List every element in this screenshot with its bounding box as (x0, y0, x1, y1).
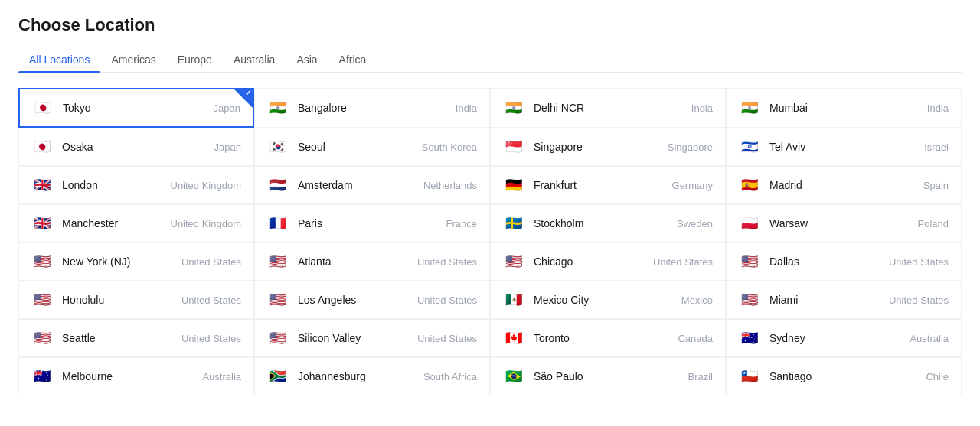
flag-icon (31, 177, 53, 193)
flag-icon (267, 139, 289, 154)
tab-americas[interactable]: Americas (100, 47, 166, 72)
location-cell[interactable]: DallasUnited States (726, 242, 962, 281)
tab-africa[interactable]: Africa (328, 47, 377, 72)
tab-europe[interactable]: Europe (167, 47, 223, 72)
location-cell[interactable]: MelbourneAustralia (18, 357, 254, 395)
city-name: São Paulo (534, 370, 681, 382)
tab-asia[interactable]: Asia (286, 47, 328, 72)
city-name: Seoul (298, 141, 416, 153)
location-cell[interactable]: ParisFrance (254, 204, 490, 242)
country-name: United States (411, 333, 477, 344)
location-cell[interactable]: TorontoCanada (490, 319, 726, 357)
location-cell[interactable]: FrankfurtGermany (490, 166, 726, 204)
location-cell[interactable]: MiamiUnited States (726, 281, 962, 319)
location-cell[interactable]: Los AngelesUnited States (254, 281, 490, 319)
country-name: United States (411, 256, 477, 268)
city-name: Seattle (62, 332, 175, 344)
location-cell[interactable]: BangaloreIndia (254, 88, 490, 128)
country-name: Israel (918, 141, 949, 153)
city-name: Paris (298, 217, 440, 229)
flag-icon (31, 330, 53, 346)
location-cell[interactable]: MumbaiIndia (726, 88, 962, 128)
country-name: Australia (196, 371, 241, 382)
city-name: Mexico City (534, 294, 675, 306)
city-name: Toronto (534, 332, 671, 344)
flag-icon (503, 216, 524, 231)
flag-icon (31, 216, 53, 231)
flag-icon (739, 216, 760, 231)
flag-icon (32, 100, 54, 115)
flag-icon (739, 177, 760, 193)
flag-icon (267, 292, 289, 307)
country-name: United Kingdom (165, 218, 242, 229)
location-cell[interactable]: AtlantaUnited States (254, 242, 490, 281)
city-name: Madrid (769, 179, 917, 191)
location-cell[interactable]: SeattleUnited States (18, 319, 254, 357)
city-name: Amsterdam (298, 179, 417, 191)
flag-icon (267, 254, 289, 269)
city-name: Tel Aviv (769, 141, 918, 153)
country-name: South Africa (417, 371, 477, 382)
country-name: France (440, 218, 477, 229)
flag-icon (503, 100, 524, 115)
location-cell[interactable]: HonoluluUnited States (18, 281, 254, 319)
flag-icon (739, 292, 760, 307)
location-tabs: All LocationsAmericasEuropeAustraliaAsia… (18, 47, 962, 73)
flag-icon (267, 177, 289, 193)
city-name: Mumbai (769, 102, 921, 114)
location-cell[interactable]: LondonUnited Kingdom (18, 166, 254, 204)
location-cell[interactable]: ChicagoUnited States (490, 242, 726, 281)
location-cell[interactable]: SeoulSouth Korea (254, 128, 490, 166)
city-name: New York (NJ) (62, 255, 175, 268)
city-name: Delhi NCR (534, 102, 685, 114)
flag-icon (739, 139, 760, 154)
location-cell[interactable]: OsakaJapan (18, 128, 254, 166)
city-name: London (62, 179, 165, 191)
country-name: Japan (208, 141, 241, 153)
tab-all[interactable]: All Locations (18, 47, 100, 72)
city-name: Warsaw (769, 217, 912, 229)
city-name: Los Angeles (298, 294, 411, 306)
country-name: United States (175, 294, 241, 306)
country-name: Netherlands (417, 180, 477, 191)
tab-australia[interactable]: Australia (223, 47, 286, 72)
flag-icon (31, 254, 53, 269)
country-name: India (921, 102, 949, 114)
location-cell[interactable]: WarsawPoland (726, 204, 962, 242)
location-cell[interactable]: Delhi NCRIndia (490, 88, 726, 128)
location-cell[interactable]: StockholmSweden (490, 204, 726, 242)
location-grid: TokyoJapanBangaloreIndiaDelhi NCRIndiaMu… (18, 88, 962, 395)
flag-icon (739, 254, 760, 269)
country-name: Sweden (671, 218, 713, 229)
city-name: Tokyo (63, 102, 207, 114)
country-name: Chile (920, 371, 949, 382)
location-cell[interactable]: São PauloBrazil (490, 357, 726, 395)
location-cell[interactable]: AmsterdamNetherlands (254, 166, 490, 204)
country-name: Brazil (681, 371, 713, 382)
city-name: Sydney (769, 332, 903, 344)
flag-icon (739, 369, 760, 384)
city-name: Chicago (534, 255, 647, 268)
country-name: United Kingdom (165, 180, 242, 191)
location-cell[interactable]: New York (NJ)United States (18, 242, 254, 281)
location-cell[interactable]: SydneyAustralia (726, 319, 962, 357)
country-name: Australia (903, 333, 949, 344)
city-name: Manchester (62, 217, 165, 229)
location-cell[interactable]: SantiagoChile (726, 357, 962, 395)
flag-icon (31, 369, 53, 384)
flag-icon (503, 330, 524, 346)
flag-icon (739, 100, 760, 115)
location-cell[interactable]: Mexico CityMexico (490, 281, 726, 319)
city-name: Singapore (534, 141, 662, 153)
flag-icon (267, 216, 289, 231)
location-cell[interactable]: Silicon ValleyUnited States (254, 319, 490, 357)
location-cell[interactable]: TokyoJapan (18, 88, 254, 128)
location-cell[interactable]: Tel AvivIsrael (726, 128, 962, 166)
location-cell[interactable]: MadridSpain (726, 166, 962, 204)
selected-checkmark (234, 89, 253, 108)
city-name: Bangalore (298, 102, 449, 114)
location-cell[interactable]: ManchesterUnited Kingdom (18, 204, 254, 242)
country-name: Singapore (662, 141, 713, 153)
location-cell[interactable]: JohannesburgSouth Africa (254, 357, 490, 395)
location-cell[interactable]: SingaporeSingapore (490, 128, 726, 166)
